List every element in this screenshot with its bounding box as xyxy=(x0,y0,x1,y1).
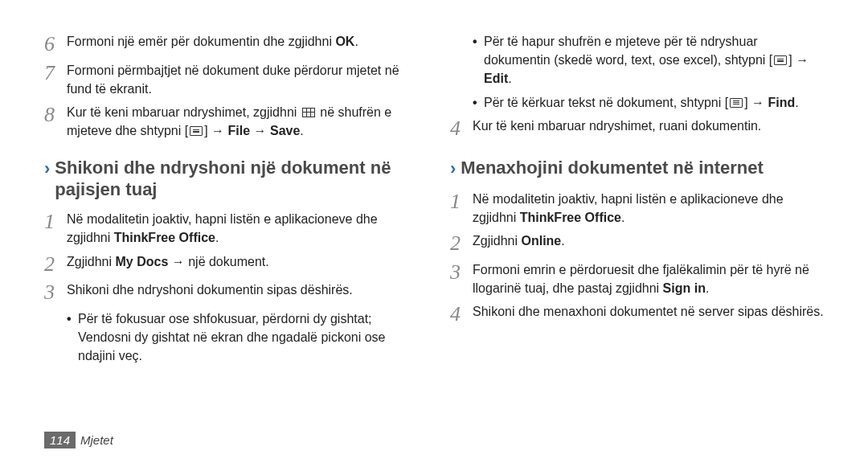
step-body: Formoni përmbajtjet në dokument duke për… xyxy=(67,61,418,98)
section-heading: ›Shikoni dhe ndryshoni një dokument në p… xyxy=(44,158,418,200)
section-heading: ›Menaxhojini dokumentet në internet xyxy=(450,158,824,179)
numbered-step: 2Zgjidhni My Docs → një dokument. xyxy=(44,252,418,276)
numbered-step: 6Formoni një emër për dokumentin dhe zgj… xyxy=(44,32,418,56)
right-column: Për të hapur shufrën e mjeteve për të nd… xyxy=(450,32,824,370)
step-body: Formoni emrin e përdoruesit dhe fjalëkal… xyxy=(473,260,824,297)
bullet-list: Për të hapur shufrën e mjeteve për të nd… xyxy=(450,32,824,112)
step-body: Shikoni dhe menaxhoni dokumentet në serv… xyxy=(473,302,824,321)
numbered-step: 8Kur të keni mbaruar ndryshimet, zgjidhn… xyxy=(44,103,418,140)
left-column: 6Formoni një emër për dokumentin dhe zgj… xyxy=(44,32,418,370)
step-number: 8 xyxy=(44,103,67,127)
menu-icon xyxy=(774,55,787,65)
step-body: Shikoni dhe ndryshoni dokumentin sipas d… xyxy=(67,281,418,299)
heading-text: Menaxhojini dokumentet në internet xyxy=(461,158,763,178)
heading-text: Shikoni dhe ndryshoni një dokument në pa… xyxy=(55,158,418,200)
numbered-step: 3Formoni emrin e përdoruesit dhe fjalëka… xyxy=(450,260,824,297)
numbered-step: 1Në modalitetin joaktiv, hapni listën e … xyxy=(44,210,418,247)
page-number-badge: 114 xyxy=(44,432,76,448)
numbered-step: 4Kur të keni mbaruar ndryshimet, ruani d… xyxy=(450,117,824,141)
step-number: 4 xyxy=(450,302,473,326)
menu-icon xyxy=(730,98,743,108)
chevron-icon: › xyxy=(44,158,50,179)
step-body: Zgjidhni Online. xyxy=(473,231,824,250)
step-body: Në modalitetin joaktiv, hapni listën e a… xyxy=(473,190,824,227)
section-label: Mjetet xyxy=(80,433,113,447)
page: 6Formoni një emër për dokumentin dhe zgj… xyxy=(0,0,868,370)
page-footer: 114 Mjetet xyxy=(44,432,113,448)
bullet-list: Për të fokusuar ose shfokusuar, përdorni… xyxy=(44,309,418,366)
step-number: 3 xyxy=(44,281,67,305)
numbered-step: 2Zgjidhni Online. xyxy=(450,231,824,256)
step-number: 2 xyxy=(44,252,67,276)
bullet-item: Për të fokusuar ose shfokusuar, përdorni… xyxy=(67,309,418,366)
step-body: Kur të keni mbaruar ndryshimet, ruani do… xyxy=(473,117,824,135)
step-number: 4 xyxy=(450,117,473,141)
step-number: 3 xyxy=(450,260,473,285)
numbered-step: 1Në modalitetin joaktiv, hapni listën e … xyxy=(450,190,824,227)
bullet-item: Për të hapur shufrën e mjeteve për të nd… xyxy=(473,32,824,88)
step-body: Në modalitetin joaktiv, hapni listën e a… xyxy=(67,210,418,247)
step-body: Formoni një emër për dokumentin dhe zgji… xyxy=(67,32,418,51)
step-number: 1 xyxy=(44,210,67,234)
bullet-item: Për të kërkuar tekst në dokument, shtypn… xyxy=(473,93,824,112)
step-number: 7 xyxy=(44,61,67,85)
numbered-step: 3Shikoni dhe ndryshoni dokumentin sipas … xyxy=(44,281,418,305)
step-number: 6 xyxy=(44,32,67,56)
step-body: Kur të keni mbaruar ndryshimet, zgjidhni… xyxy=(67,103,418,140)
menu-icon xyxy=(190,126,203,136)
numbered-step: 7Formoni përmbajtjet në dokument duke pë… xyxy=(44,61,418,98)
grid-icon xyxy=(302,108,315,117)
step-number: 1 xyxy=(450,190,473,214)
chevron-icon: › xyxy=(450,158,456,179)
step-number: 2 xyxy=(450,231,473,256)
numbered-step: 4Shikoni dhe menaxhoni dokumentet në ser… xyxy=(450,302,824,326)
step-body: Zgjidhni My Docs → një dokument. xyxy=(67,252,418,271)
